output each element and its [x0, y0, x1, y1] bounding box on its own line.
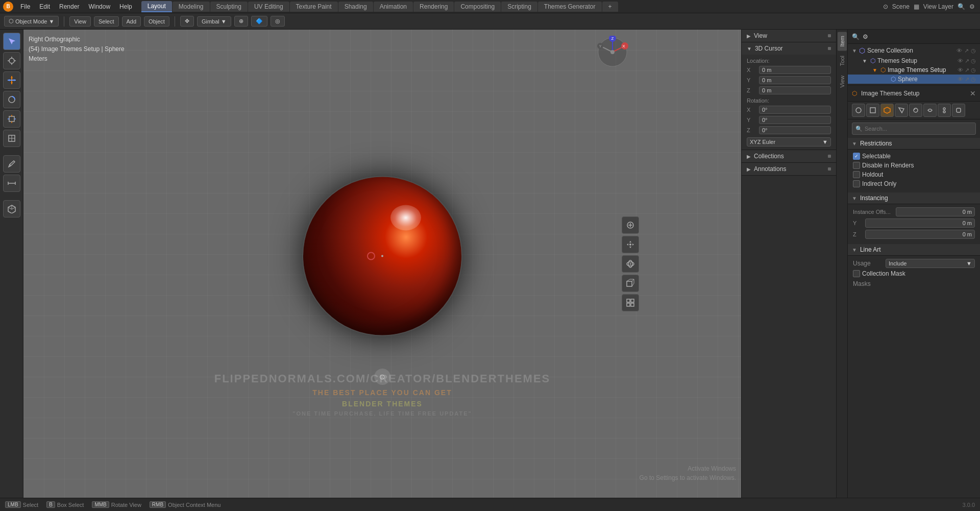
sphere-row[interactable]: ⬡ Sphere 👁 ↗ ◷	[848, 75, 980, 84]
transform-all-btn[interactable]	[3, 130, 20, 147]
view-header[interactable]: ▶ View	[742, 30, 836, 42]
nav-grid-btn[interactable]	[622, 294, 639, 311]
cursor-rz-value[interactable]: 0°	[759, 126, 831, 134]
menu-file[interactable]: File	[16, 2, 34, 11]
instancing-header[interactable]: ▼ Instancing	[848, 192, 980, 204]
instance-y-value[interactable]: 0 m	[865, 218, 975, 228]
select-tool-btn[interactable]	[3, 33, 20, 50]
mode-selector[interactable]: ⬡ Object Mode ▼	[4, 16, 59, 27]
axes-widget[interactable]: X Y Z	[596, 36, 629, 70]
disable-renders-checkbox[interactable]	[853, 162, 860, 169]
tab-sculpting[interactable]: Sculpting	[210, 2, 248, 12]
move-tool-btn[interactable]	[3, 71, 20, 89]
scene-collection-row[interactable]: ▼ ⬡ Scene Collection 👁 ↗ ◷	[848, 45, 980, 56]
image-themes-setup-row[interactable]: ▼ ⬡ Image Themes Setup 👁 ↗ ◷	[848, 65, 980, 75]
scene-label[interactable]: Scene	[892, 3, 910, 10]
tab-rendering[interactable]: Rendering	[413, 2, 454, 12]
image-themes-render[interactable]: ◷	[971, 67, 976, 74]
cursor-tool-btn[interactable]	[3, 52, 20, 69]
vis-render-icon[interactable]: ◷	[971, 47, 976, 54]
nav-pan-btn[interactable]	[622, 236, 639, 253]
props-search[interactable]: 🔍	[852, 123, 976, 135]
tab-item[interactable]: Item	[838, 32, 847, 51]
props-icon-object[interactable]	[880, 104, 894, 117]
pivot-btn[interactable]: ⊕	[234, 16, 248, 27]
image-themes-eye[interactable]: 👁	[958, 67, 963, 74]
view-layer-label[interactable]: View Layer	[923, 3, 953, 10]
cursor-y-value[interactable]: 0 m	[759, 76, 831, 84]
rotate-tool-btn[interactable]	[3, 91, 20, 108]
search-icon[interactable]: 🔍	[958, 3, 965, 10]
add-btn[interactable]: Add	[122, 16, 141, 27]
view-btn[interactable]: View	[69, 16, 91, 27]
vis-select-icon[interactable]: ↗	[964, 47, 969, 54]
nav-orbit-btn[interactable]	[622, 255, 639, 273]
tab-themes-generator[interactable]: Themes Generator	[538, 2, 602, 12]
menu-edit[interactable]: Edit	[35, 2, 54, 11]
sphere-sel[interactable]: ↗	[965, 76, 969, 83]
props-icon-modifier[interactable]	[895, 104, 908, 117]
nav-zoom-btn[interactable]	[622, 216, 639, 234]
themes-sel[interactable]: ↗	[965, 58, 969, 64]
props-icon-data[interactable]	[938, 104, 951, 117]
props-close-btn[interactable]: ✕	[970, 89, 976, 98]
annotations-header[interactable]: ▶ Annotations	[742, 163, 836, 175]
scale-tool-btn[interactable]	[3, 110, 20, 128]
vis-eye-icon[interactable]: 👁	[957, 47, 962, 54]
holdout-checkbox[interactable]	[853, 171, 860, 178]
props-search-input[interactable]	[865, 126, 972, 132]
cursor-ry-value[interactable]: 0°	[759, 116, 831, 124]
indirect-only-checkbox[interactable]	[853, 180, 860, 187]
restrictions-header[interactable]: ▼ Restrictions	[848, 138, 980, 150]
nav-perspective-btn[interactable]	[622, 275, 639, 292]
tab-animation[interactable]: Animation	[374, 2, 413, 12]
tab-compositing[interactable]: Compositing	[454, 2, 501, 12]
tab-view[interactable]: View	[838, 71, 847, 92]
line-art-header[interactable]: ▼ Line Art	[848, 244, 980, 256]
outliner-search-icon[interactable]: 🔍	[852, 33, 860, 40]
tab-add[interactable]: +	[602, 2, 618, 12]
cursor-z-value[interactable]: 0 m	[759, 86, 831, 94]
props-icon-scene[interactable]	[852, 104, 865, 117]
snap-btn[interactable]: 🔷	[251, 16, 267, 27]
props-icon-constraints[interactable]	[923, 104, 937, 117]
tab-modeling[interactable]: Modeling	[173, 2, 210, 12]
sphere-object[interactable]	[303, 177, 461, 335]
themes-eye[interactable]: 👁	[958, 58, 963, 64]
props-icon-layer[interactable]	[866, 104, 879, 117]
selectable-checkbox[interactable]	[853, 153, 860, 160]
cursor-x-value[interactable]: 0 m	[759, 66, 831, 74]
image-themes-sel[interactable]: ↗	[965, 67, 969, 74]
proportional-btn[interactable]: ◎	[271, 16, 285, 27]
menu-help[interactable]: Help	[115, 2, 136, 11]
tab-shading[interactable]: Shading	[338, 2, 373, 12]
tab-uv-editing[interactable]: UV Editing	[248, 2, 289, 12]
tab-tool[interactable]: Tool	[838, 52, 847, 70]
usage-select[interactable]: Include ▼	[886, 259, 975, 268]
menu-render[interactable]: Render	[55, 2, 83, 11]
props-icon-render[interactable]	[952, 104, 965, 117]
cube-btn[interactable]	[3, 200, 20, 217]
select-btn[interactable]: Select	[94, 16, 119, 27]
tab-layout[interactable]: Layout	[141, 1, 172, 12]
transform-btn[interactable]: ✥	[180, 16, 194, 27]
themes-setup-row[interactable]: ▼ ⬡ Themes Setup 👁 ↗ ◷	[848, 56, 980, 65]
menu-window[interactable]: Window	[84, 2, 114, 11]
annotate-btn[interactable]	[3, 155, 20, 173]
tab-texture-paint[interactable]: Texture Paint	[290, 2, 338, 12]
viewport[interactable]: Right Orthographic (54) Image Themes Set…	[23, 30, 741, 498]
blender-logo[interactable]: B	[3, 2, 13, 12]
object-btn[interactable]: Object	[144, 16, 169, 27]
sphere-render[interactable]: ◷	[971, 76, 976, 83]
measure-btn[interactable]	[3, 175, 20, 192]
sphere-eye[interactable]: 👁	[958, 76, 963, 83]
collection-mask-checkbox[interactable]	[853, 270, 860, 277]
outliner-filter-icon[interactable]: ⚙	[863, 33, 868, 40]
gimbal-btn[interactable]: Gimbal ▼	[197, 16, 231, 27]
cursor-header[interactable]: ▼ 3D Cursor	[742, 42, 836, 55]
filter-icon[interactable]: ⚙	[969, 3, 975, 10]
tab-scripting[interactable]: Scripting	[501, 2, 537, 12]
themes-render[interactable]: ◷	[971, 58, 976, 64]
collections-header[interactable]: ▶ Collections	[742, 150, 836, 162]
instance-x-value[interactable]: 0 m	[896, 207, 975, 216]
